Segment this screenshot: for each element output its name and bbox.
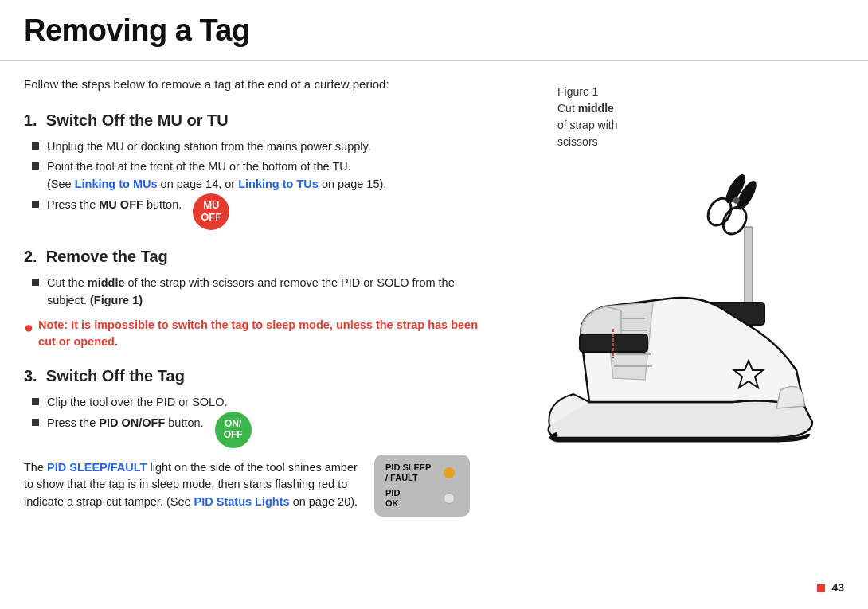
pid-sleep-section: The PID SLEEP/FAULT light on the side of… (24, 455, 494, 517)
bullet-3-1: Clip the tool over the PID or SOLO. (32, 394, 494, 412)
section-1-title: 1. Switch Off the MU or TU (24, 108, 494, 132)
pid-sleep-fault-indicator (444, 467, 455, 478)
note-box: ● Note: It is impossible to switch the t… (24, 317, 494, 349)
bullet-icon (32, 419, 39, 426)
section-2-title: 2. Remove the Tag (24, 244, 494, 268)
content-area: Follow the steps below to remove a tag a… (0, 61, 868, 525)
pid-ok-row: PIDOK (385, 488, 457, 509)
page-title: Removing a Tag (24, 8, 844, 53)
page-number-square (817, 584, 825, 592)
page-number-area: 43 (817, 580, 844, 596)
section-3-bullets: Clip the tool over the PID or SOLO. Pres… (32, 394, 494, 448)
figure-caption: Figure 1 Cut middle of strap with scisso… (557, 84, 617, 150)
sneaker-outline (549, 298, 812, 440)
note-icon: ● (24, 317, 33, 338)
section-1: 1. Switch Off the MU or TU Unplug the MU… (24, 108, 494, 230)
link-linking-to-tus[interactable]: Linking to TUs (238, 178, 319, 190)
page-number: 43 (831, 580, 844, 596)
right-column: Figure 1 Cut middle of strap with scisso… (510, 76, 844, 517)
scissors-icon (703, 169, 765, 238)
intro-text: Follow the steps below to remove a tag a… (24, 76, 494, 94)
bullet-icon (32, 162, 39, 170)
mu-off-button[interactable]: MUOFF (193, 193, 229, 230)
left-column: Follow the steps below to remove a tag a… (24, 76, 510, 517)
bullet-2-1: Cut the middle of the strap with scissor… (32, 275, 494, 310)
bullet-icon (32, 201, 39, 208)
section-2-bullets: Cut the middle of the strap with scissor… (32, 275, 494, 310)
bullet-1-2: Point the tool at the front of the MU or… (32, 158, 494, 193)
on-off-button[interactable]: ON/OFF (215, 412, 252, 448)
section-2: 2. Remove the Tag Cut the middle of the … (24, 244, 494, 349)
page-header: Removing a Tag (0, 0, 868, 61)
shoe-illustration (526, 155, 828, 458)
bullet-icon (32, 279, 39, 286)
link-pid-status[interactable]: PID Status Lights (194, 495, 290, 508)
pid-sleep-fault-row: PID SLEEP/ FAULT (385, 463, 457, 483)
pid-ok-label: PIDOK (385, 488, 437, 509)
section-3: 3. Switch Off the Tag Clip the tool over… (24, 364, 494, 517)
link-linking-to-mus[interactable]: Linking to MUs (75, 178, 158, 190)
bullet-icon (32, 398, 39, 405)
pid-ok-indicator (444, 493, 455, 504)
bullet-3-2: Press the PID ON/OFF button. ON/OFF (32, 415, 494, 448)
section-3-title: 3. Switch Off the Tag (24, 364, 494, 388)
note-text: Note: It is impossible to switch the tag… (38, 317, 494, 349)
page: Removing a Tag Follow the steps below to… (0, 0, 868, 609)
bullet-1-1: Unplug the MU or docking station from th… (32, 139, 494, 156)
shoe-svg (526, 155, 828, 458)
bullet-1-3: Press the MU OFF button. MUOFF (32, 197, 494, 230)
bullet-icon (32, 142, 39, 150)
section-1-bullets: Unplug the MU or docking station from th… (32, 139, 494, 230)
pid-panel: PID SLEEP/ FAULT PIDOK (374, 455, 470, 517)
pid-sleep-text: The PID SLEEP/FAULT light on the side of… (24, 459, 358, 511)
pid-sleep-fault-label: PID SLEEP/ FAULT (385, 463, 437, 483)
